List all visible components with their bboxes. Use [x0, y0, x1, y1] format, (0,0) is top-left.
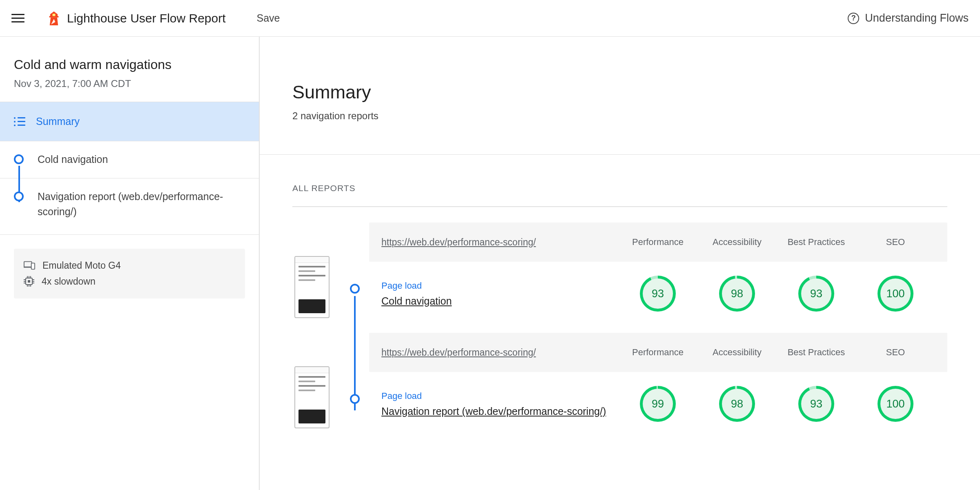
all-reports-heading: ALL REPORTS — [260, 155, 980, 206]
step-marker-icon — [14, 154, 24, 164]
report-url-link[interactable]: https://web.dev/performance-scoring/ — [381, 237, 618, 248]
svg-rect-3 — [31, 263, 35, 269]
score-gauge[interactable]: 99 — [640, 386, 676, 422]
svg-rect-1 — [24, 262, 32, 267]
sidebar-item-summary[interactable]: Summary — [0, 102, 259, 141]
timeline-line — [354, 296, 356, 410]
save-button[interactable]: Save — [257, 12, 280, 24]
app-logo-title: Lighthouse User Flow Report — [48, 11, 226, 25]
step-type-label: Page load — [381, 391, 618, 401]
help-icon: ? — [848, 13, 859, 24]
cpu-label: 4x slowdown — [42, 276, 96, 287]
svg-rect-0 — [53, 13, 56, 16]
flow-date: Nov 3, 2021, 7:00 AM CDT — [14, 78, 245, 89]
report-header-row: https://web.dev/performance-scoring/ Per… — [369, 333, 947, 372]
flow-title: Cold and warm navigations — [14, 57, 245, 72]
step-type-label: Page load — [381, 281, 618, 291]
sidebar-step[interactable]: Cold navigation — [0, 141, 259, 178]
sidebar-step-label: Cold navigation — [38, 152, 108, 167]
score-gauge[interactable]: 100 — [878, 386, 913, 422]
step-marker-icon — [14, 192, 24, 201]
score-gauge[interactable]: 98 — [719, 386, 755, 422]
column-header-performance: Performance — [618, 347, 697, 358]
report-data-row: Page load Navigation report (web.dev/per… — [369, 372, 947, 436]
screenshot-thumbnail[interactable] — [294, 256, 330, 318]
device-label: Emulated Moto G4 — [42, 260, 121, 271]
timeline-marker-icon — [350, 394, 360, 404]
report-url-link[interactable]: https://web.dev/performance-scoring/ — [381, 347, 618, 358]
screenshot-thumbnail[interactable] — [294, 366, 330, 428]
device-row: Emulated Moto G4 — [24, 258, 235, 274]
report-data-row: Page load Cold navigation 93 98 93 100 — [369, 262, 947, 325]
column-header-accessibility: Accessibility — [697, 237, 777, 247]
app-title: Lighthouse User Flow Report — [67, 11, 226, 25]
column-header-seo: SEO — [856, 237, 935, 247]
topbar: Lighthouse User Flow Report Save ? Under… — [0, 0, 980, 37]
score-gauge[interactable]: 93 — [798, 276, 834, 312]
score-gauge[interactable]: 93 — [798, 386, 834, 422]
devices-icon — [24, 261, 35, 270]
sidebar-step-label: Navigation report (web.dev/performance-s… — [38, 189, 245, 220]
svg-rect-2 — [24, 267, 32, 268]
report-row: https://web.dev/performance-scoring/ Per… — [283, 223, 947, 325]
cpu-row: 4x slowdown — [24, 274, 235, 290]
flow-header: Cold and warm navigations Nov 3, 2021, 7… — [0, 37, 259, 102]
score-gauge[interactable]: 100 — [878, 276, 913, 312]
main-content: Summary 2 navigation reports ALL REPORTS — [260, 37, 980, 490]
step-name-link[interactable]: Navigation report (web.dev/performance-s… — [381, 405, 606, 417]
help-label: Understanding Flows — [865, 12, 969, 24]
report-row: https://web.dev/performance-scoring/ Per… — [283, 333, 947, 436]
sidebar-steps: Cold navigation Navigation report (web.d… — [0, 141, 259, 235]
score-gauge[interactable]: 98 — [719, 276, 755, 312]
column-header-performance: Performance — [618, 237, 697, 247]
sidebar: Cold and warm navigations Nov 3, 2021, 7… — [0, 37, 260, 490]
page-subtitle: 2 navigation reports — [292, 110, 980, 122]
column-header-best-practices: Best Practices — [777, 347, 856, 358]
hamburger-menu-icon[interactable] — [11, 10, 28, 27]
sidebar-summary-label: Summary — [36, 116, 80, 127]
column-header-accessibility: Accessibility — [697, 347, 777, 358]
report-header-row: https://web.dev/performance-scoring/ Per… — [369, 223, 947, 262]
help-link[interactable]: ? Understanding Flows — [848, 12, 969, 24]
step-name-link[interactable]: Cold navigation — [381, 295, 452, 307]
lighthouse-icon — [48, 11, 60, 25]
main-header: Summary 2 navigation reports — [260, 37, 980, 154]
device-info: Emulated Moto G4 4x slowdown — [14, 249, 245, 298]
sidebar-step[interactable]: Navigation report (web.dev/performance-s… — [0, 178, 259, 235]
timeline-marker-icon — [350, 284, 360, 294]
page-title: Summary — [292, 82, 980, 103]
cpu-icon — [24, 276, 34, 287]
svg-rect-5 — [28, 280, 30, 283]
summary-list-icon — [14, 117, 25, 126]
column-header-seo: SEO — [856, 347, 935, 358]
score-gauge[interactable]: 93 — [640, 276, 676, 312]
column-header-best-practices: Best Practices — [777, 237, 856, 247]
reports-table: https://web.dev/performance-scoring/ Per… — [260, 207, 980, 436]
